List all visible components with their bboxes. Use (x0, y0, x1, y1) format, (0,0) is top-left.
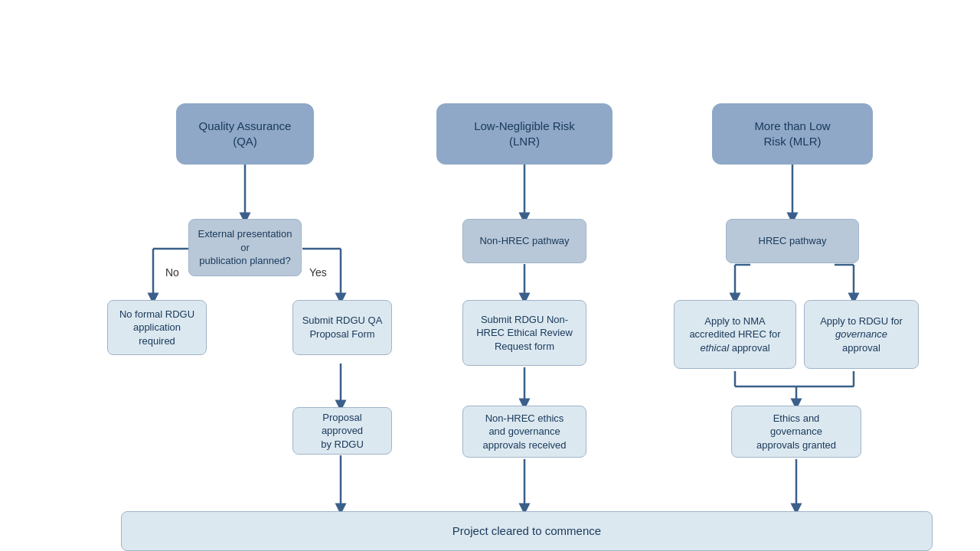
project-cleared-box: Project cleared to commence (121, 511, 933, 551)
yes-label: Yes (309, 266, 327, 279)
lnr-title-box: Low-Negligible Risk(LNR) (436, 103, 612, 165)
mlr-apply-rdgu-box: Apply to RDGU forgovernanceapproval (804, 300, 919, 369)
mlr-approved-box: Ethics andgovernanceapprovals granted (731, 406, 861, 458)
no-label: No (165, 266, 179, 279)
qa-decision-box: External presentation orpublication plan… (188, 219, 302, 276)
mlr-title-box: More than LowRisk (MLR) (712, 103, 873, 165)
flowchart-diagram: Quality Assurance(QA) Low-Negligible Ris… (38, 23, 942, 528)
qa-no-box: No formal RDGUapplication required (107, 300, 207, 355)
lnr-submit-box: Submit RDGU Non-HREC Ethical ReviewReque… (462, 300, 586, 366)
qa-title-box: Quality Assurance(QA) (176, 103, 314, 165)
mlr-pathway-box: HREC pathway (726, 219, 859, 263)
mlr-apply-hrec-box: Apply to NMAaccredited HREC forethical a… (674, 300, 796, 369)
lnr-approved-box: Non-HREC ethicsand governanceapprovals r… (462, 406, 586, 458)
lnr-pathway-box: Non-HREC pathway (462, 219, 586, 263)
qa-approved-box: Proposal approvedby RDGU (292, 407, 392, 455)
qa-yes-box: Submit RDGU QAProposal Form (292, 300, 392, 355)
